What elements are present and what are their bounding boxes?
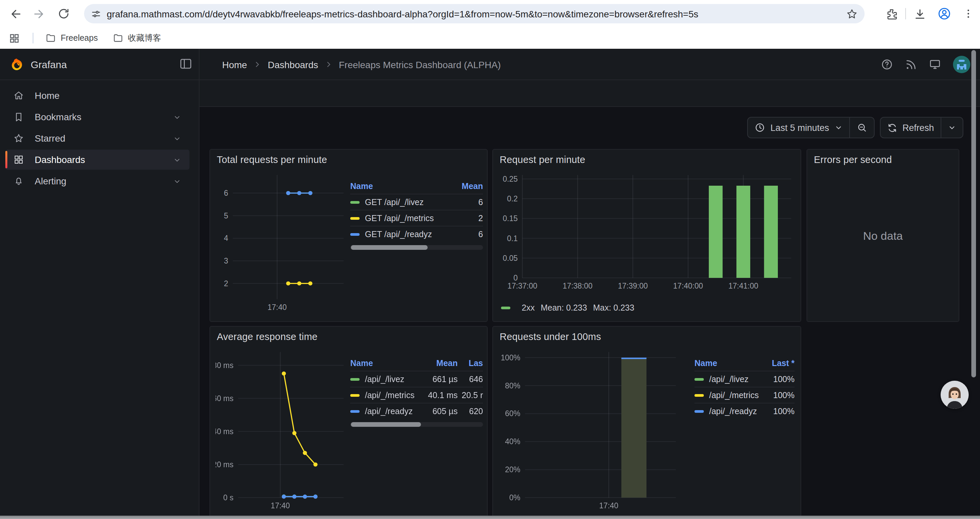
svg-text:80%: 80%: [505, 382, 520, 390]
bookmark-folder[interactable]: Freeleaps: [40, 30, 103, 46]
panel-title[interactable]: Requests under 100ms: [493, 327, 800, 342]
series-value: 620: [458, 406, 483, 416]
legend-item-2xx[interactable]: 2xx Mean: 0.233 Max: 0.233: [501, 303, 635, 313]
series-swatch: [694, 378, 704, 381]
legend-table: NameMeanGET /api/_/livez6GET /api/_/metr…: [350, 179, 483, 250]
site-info-icon[interactable]: [91, 8, 102, 19]
dashboard-subheader: Export Share: [199, 80, 980, 107]
refresh-group: Refresh: [880, 117, 963, 138]
browser-menu-icon[interactable]: [959, 5, 977, 22]
legend-row[interactable]: GET /api/_/livez6: [350, 194, 483, 210]
org-avatar[interactable]: [953, 56, 970, 73]
extensions-icon[interactable]: [883, 5, 900, 22]
legend-table: NameMeanLas/api/_/livez661 µs646/api/_/m…: [350, 356, 483, 427]
bookmark-icon: [13, 112, 24, 122]
legend-column-header[interactable]: Las: [458, 359, 483, 368]
svg-text:17:39:00: 17:39:00: [618, 281, 648, 290]
sidebar-item-bookmarks[interactable]: Bookmarks: [5, 107, 189, 127]
sidebar-item-home[interactable]: Home: [5, 86, 189, 105]
svg-text:17:38:00: 17:38:00: [563, 281, 593, 290]
bookmark-folder[interactable]: 收藏博客: [107, 30, 167, 46]
breadcrumb-dashboards[interactable]: Dashboards: [268, 59, 318, 70]
legend-column-header[interactable]: Last *: [762, 359, 795, 368]
series-name: /api/_/livez: [365, 374, 404, 384]
url-bar[interactable]: grafana.mathmast.com/d/deytv4rwavabkb/fr…: [84, 4, 865, 23]
legend-row[interactable]: /api/_/livez661 µs646: [350, 371, 483, 387]
average-response-chart: 80 ms60 ms40 ms20 ms0 s17:40: [215, 347, 349, 519]
sidebar-item-starred[interactable]: Starred: [5, 128, 189, 148]
svg-text:0.1: 0.1: [507, 234, 518, 243]
svg-text:100%: 100%: [501, 353, 520, 362]
series-value: 40.1 ms: [418, 390, 458, 400]
help-icon[interactable]: [881, 58, 893, 71]
profile-icon[interactable]: [935, 5, 953, 22]
panel-title[interactable]: Errors per second: [807, 150, 959, 165]
home-icon: [13, 90, 24, 101]
series-name: GET /api/_/livez: [365, 197, 424, 207]
series-value: 6: [453, 230, 483, 239]
grafana-brand[interactable]: Grafana: [10, 49, 67, 80]
apps-grid-icon[interactable]: [5, 29, 23, 47]
url-text[interactable]: grafana.mathmast.com/d/deytv4rwavabkb/fr…: [107, 8, 846, 19]
svg-text:0%: 0%: [509, 493, 520, 502]
panel-title[interactable]: Average response time: [210, 327, 487, 342]
legend-row[interactable]: GET /api/_/readyz6: [350, 226, 483, 242]
legend-column-header[interactable]: Name: [694, 359, 762, 368]
legend-row[interactable]: /api/_/metrics40.1 ms20.5 r: [350, 387, 483, 403]
svg-text:60%: 60%: [505, 409, 520, 418]
series-value: 646: [458, 374, 483, 384]
legend-column-header[interactable]: Name: [350, 182, 453, 191]
sidebar-item-dashboards[interactable]: Dashboards: [5, 150, 189, 170]
series-name: GET /api/_/metrics: [365, 213, 434, 223]
legend-scrollbar[interactable]: [350, 422, 483, 427]
legend-table: NameLast */api/_/livez100%/api/_/metrics…: [694, 356, 795, 419]
legend-column-header[interactable]: Mean: [453, 182, 483, 191]
panel-title[interactable]: Request per minute: [493, 150, 800, 165]
svg-text:0.15: 0.15: [503, 214, 518, 223]
series-name: /api/_/livez: [709, 374, 749, 384]
back-icon[interactable]: [7, 5, 25, 23]
reload-icon[interactable]: [55, 5, 73, 23]
svg-text:17:37:00: 17:37:00: [508, 281, 538, 290]
total-requests-chart: 6543217:40: [215, 170, 349, 321]
legend-row[interactable]: /api/_/readyz100%: [694, 403, 795, 419]
legend-column-header[interactable]: Name: [350, 359, 418, 368]
bookmark-folder-label: Freeleaps: [61, 34, 98, 43]
legend-scrollbar[interactable]: [350, 245, 483, 250]
series-value: 100%: [762, 406, 795, 416]
panel-title[interactable]: Total requests per minute: [210, 150, 487, 165]
panel-total-requests: Total requests per minute 6543217:40 Nam…: [210, 149, 488, 322]
time-range-group: Last 5 minutes: [747, 117, 875, 138]
refresh-button[interactable]: Refresh: [880, 118, 941, 137]
zoom-out-button[interactable]: [850, 118, 873, 137]
assistant-avatar[interactable]: [941, 381, 969, 409]
page-scrollbar[interactable]: [971, 50, 976, 377]
legend-row[interactable]: GET /api/_/metrics2: [350, 210, 483, 226]
bell-icon: [13, 176, 24, 186]
sidebar-item-alerting[interactable]: Alerting: [5, 171, 189, 191]
time-range-picker[interactable]: Last 5 minutes: [748, 118, 849, 137]
avatar-image: [941, 381, 969, 409]
folder-icon: [112, 33, 123, 43]
svg-text:40 ms: 40 ms: [215, 427, 234, 436]
forward-icon[interactable]: [29, 5, 48, 23]
breadcrumb-home[interactable]: Home: [222, 59, 247, 70]
series-name: /api/_/readyz: [709, 406, 757, 416]
news-rss-icon[interactable]: [905, 58, 917, 71]
bookmark-page-star-icon[interactable]: [846, 8, 858, 20]
dock-sidebar-icon[interactable]: [179, 57, 193, 71]
refresh-interval-button[interactable]: [941, 118, 963, 137]
legend-row[interactable]: /api/_/readyz605 µs620: [350, 403, 483, 419]
legend-row[interactable]: /api/_/metrics100%: [694, 387, 795, 403]
monitor-icon[interactable]: [929, 58, 941, 71]
svg-text:0.05: 0.05: [503, 254, 518, 262]
downloads-icon[interactable]: [911, 5, 929, 22]
panel-average-response-time: Average response time 80 ms60 ms40 ms20 …: [210, 326, 488, 519]
svg-text:17:40:00: 17:40:00: [673, 281, 703, 290]
svg-text:17:40: 17:40: [599, 501, 619, 510]
legend-column-header[interactable]: Mean: [418, 359, 458, 368]
sidebar-border: [199, 49, 199, 519]
svg-text:0.2: 0.2: [507, 194, 518, 203]
legend-row[interactable]: /api/_/livez100%: [694, 371, 795, 387]
horizontal-scrollbar[interactable]: [0, 516, 980, 519]
